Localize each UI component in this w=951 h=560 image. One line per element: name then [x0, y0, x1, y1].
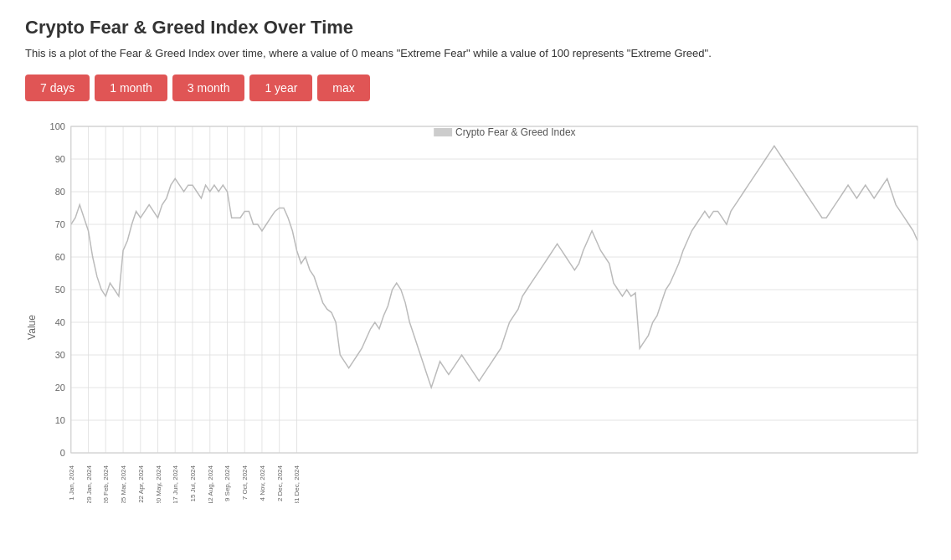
legend-label: Crypto Fear & Greed Index [455, 126, 575, 138]
svg-text:50: 50 [55, 285, 65, 295]
time-filter-group: 7 days 1 month 3 month 1 year max [25, 74, 926, 101]
svg-text:20: 20 [55, 383, 65, 393]
btn-1year[interactable]: 1 year [249, 74, 312, 101]
svg-text:0: 0 [60, 448, 65, 458]
svg-text:4 Nov, 2024: 4 Nov, 2024 [259, 465, 266, 501]
svg-text:Value: Value [26, 315, 38, 340]
subtitle: This is a plot of the Fear & Greed Index… [25, 47, 926, 59]
svg-text:9 Sep, 2024: 9 Sep, 2024 [224, 465, 232, 501]
svg-text:15 Jul, 2024: 15 Jul, 2024 [189, 465, 197, 501]
y-axis: 0 10 20 30 40 50 60 70 80 90 100 Value [26, 121, 918, 458]
svg-text:20 May, 2024: 20 May, 2024 [155, 465, 162, 503]
svg-text:25 Mar, 2024: 25 Mar, 2024 [120, 465, 127, 503]
btn-1month[interactable]: 1 month [95, 74, 167, 101]
svg-text:90: 90 [55, 154, 65, 164]
chart-svg: Crypto Fear & Greed Index 0 10 20 30 40 … [25, 118, 926, 503]
page-title: Crypto Fear & Greed Index Over Time [25, 17, 926, 39]
btn-3month[interactable]: 3 month [172, 74, 245, 101]
svg-text:26 Feb, 2024: 26 Feb, 2024 [102, 465, 110, 503]
svg-text:40: 40 [55, 317, 65, 327]
svg-text:31 Dec, 2024: 31 Dec, 2024 [293, 465, 301, 503]
legend-icon [434, 128, 452, 136]
svg-text:70: 70 [55, 219, 65, 229]
btn-7days[interactable]: 7 days [25, 74, 90, 101]
chart-line-group [71, 146, 918, 388]
svg-text:1 Jan, 2024: 1 Jan, 2024 [68, 465, 75, 500]
svg-text:10: 10 [55, 415, 65, 425]
svg-text:7 Oct, 2024: 7 Oct, 2024 [241, 465, 249, 500]
svg-text:60: 60 [55, 252, 65, 262]
x-axis-labels: 1 Jan, 202429 Jan, 202426 Feb, 202425 Ma… [68, 465, 301, 503]
svg-text:100: 100 [50, 121, 65, 131]
svg-text:80: 80 [55, 187, 65, 197]
svg-text:29 Jan, 2024: 29 Jan, 2024 [85, 465, 93, 503]
svg-text:12 Aug, 2024: 12 Aug, 2024 [207, 465, 214, 503]
svg-text:22 Apr, 2024: 22 Apr, 2024 [137, 465, 145, 502]
svg-text:2 Dec, 2024: 2 Dec, 2024 [276, 465, 284, 501]
chart-container: Crypto Fear & Greed Index 0 10 20 30 40 … [25, 118, 926, 503]
svg-text:17 Jun, 2024: 17 Jun, 2024 [172, 465, 179, 503]
svg-text:30: 30 [55, 350, 65, 360]
btn-max[interactable]: max [317, 74, 369, 101]
